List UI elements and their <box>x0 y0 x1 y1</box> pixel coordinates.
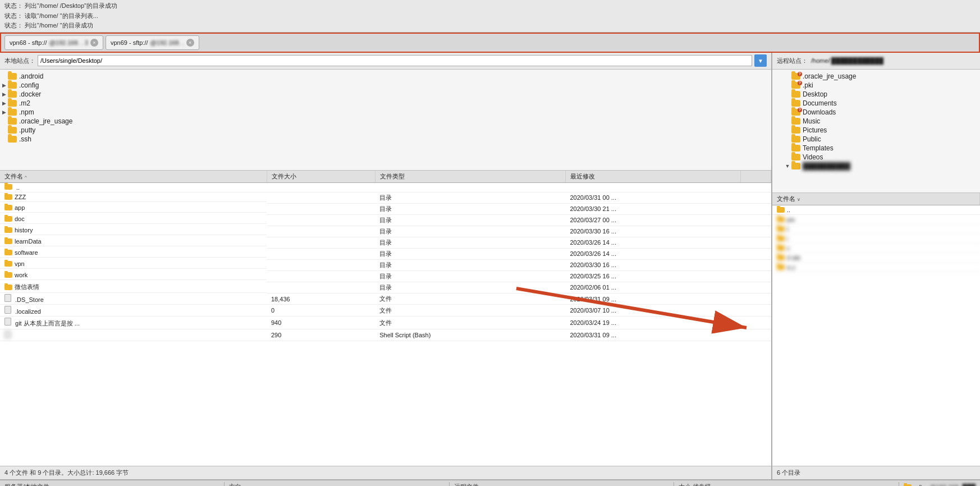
file-type: Shell Script (Bash) <box>375 329 565 341</box>
left-path-input[interactable] <box>38 55 752 66</box>
tree-arrow: ▶ <box>0 109 8 115</box>
table-row[interactable]: vpn 目录 2020/03/30 16 ... <box>0 259 771 270</box>
table-row[interactable]: git 从本质上而言是按 ... 940 文件 2020/03/24 19 ..… <box>0 317 771 329</box>
folder-q-icon: ? <box>791 109 800 116</box>
folder-icon <box>777 207 785 213</box>
file-icon <box>4 331 11 338</box>
folder-icon <box>8 127 17 134</box>
right-tree-item[interactable]: Public <box>772 135 980 144</box>
left-tree-item[interactable]: ▶ .docker <box>0 90 771 99</box>
file-extra <box>741 237 771 248</box>
table-row[interactable]: pw <box>772 215 980 224</box>
file-extra <box>741 214 771 226</box>
file-type <box>375 182 565 192</box>
file-type: 目录 <box>375 237 565 248</box>
file-extra <box>741 317 771 329</box>
table-row[interactable]: d ate <box>772 253 980 263</box>
folder-icon <box>4 261 12 267</box>
tab-vpn69-close[interactable]: × <box>186 39 194 47</box>
tab-vpn68[interactable]: vpn68 - sftp:// @192.168. . 3 × <box>4 35 103 50</box>
right-path-bar: 远程站点： /home/ ████████████ <box>772 53 980 70</box>
tab-vpn69[interactable]: vpn69 - sftp:// @192.168. . × <box>106 35 199 50</box>
file-type: 目录 <box>375 248 565 259</box>
table-row[interactable]: 290 Shell Script (Bash) 2020/03/31 09 ..… <box>0 329 771 341</box>
table-row[interactable]: c <box>772 244 980 253</box>
table-row[interactable]: .localized 0 文件 2020/03/07 10 ... <box>0 305 771 317</box>
table-row[interactable]: software 目录 2020/03/26 14 ... <box>0 248 771 259</box>
file-extra <box>741 293 771 305</box>
file-extra <box>741 259 771 270</box>
right-file-table: 文件名 ∨ .. pw t i c <box>772 193 980 272</box>
left-path-dropdown[interactable]: ▼ <box>754 54 767 67</box>
right-col-filename[interactable]: 文件名 ∨ <box>772 193 980 205</box>
table-row[interactable]: doc 目录 2020/03/27 00 ... <box>0 214 771 226</box>
right-tree-item[interactable]: ?Downloads <box>772 108 980 117</box>
folder-icon <box>8 82 17 89</box>
table-row[interactable]: ZZZ 目录 2020/03/31 00 ... <box>0 192 771 203</box>
left-tree-item[interactable]: .oracle_jre_usage <box>0 117 771 126</box>
folder-icon <box>791 136 800 143</box>
right-tree-item[interactable]: ▼██████████ <box>772 162 980 171</box>
file-name: pw <box>772 215 980 224</box>
folder-icon <box>791 100 800 107</box>
file-extra <box>741 203 771 214</box>
table-row[interactable]: learnData 目录 2020/03/26 14 ... <box>0 237 771 248</box>
file-name: learnData <box>0 237 267 246</box>
file-modified: 2020/03/24 19 ... <box>565 317 740 329</box>
file-name: app <box>0 203 267 213</box>
table-row[interactable]: history 目录 2020/03/30 16 ... <box>0 226 771 237</box>
file-modified: 2020/03/31 00 ... <box>565 192 740 203</box>
right-tree-item[interactable]: Videos <box>772 153 980 162</box>
table-row[interactable]: .DS_Store 18,436 文件 2020/03/31 09 ... <box>0 293 771 305</box>
table-row[interactable]: a y <box>772 263 980 272</box>
left-tree-item[interactable]: .ssh <box>0 135 771 144</box>
table-row[interactable]: app 目录 2020/03/30 21 ... <box>0 203 771 214</box>
col-filename[interactable]: 文件名 ^ <box>0 171 267 183</box>
folder-icon <box>8 136 17 143</box>
tab-vpn68-addr: @192.168. . 3 <box>49 39 88 46</box>
table-row[interactable]: t <box>772 224 980 234</box>
table-row[interactable]: i <box>772 234 980 244</box>
right-tree-item[interactable]: Templates <box>772 144 980 153</box>
left-tree-item[interactable]: ▶ .npm <box>0 108 771 117</box>
tab-vpn68-close[interactable]: × <box>90 39 98 47</box>
folder-icon <box>4 216 12 222</box>
file-name <box>0 329 267 341</box>
tab-bar: vpn68 - sftp:// @192.168. . 3 × vpn69 - … <box>0 33 980 53</box>
table-row[interactable]: work 目录 2020/03/25 16 ... <box>0 270 771 282</box>
sftp-label: sftp: <box>916 484 928 486</box>
folder-icon <box>777 226 785 232</box>
file-name: 微信表情 <box>0 282 267 293</box>
left-tree-item[interactable]: .putty <box>0 126 771 135</box>
folder-icon <box>777 245 785 251</box>
left-tree-item[interactable]: ▶ .config <box>0 81 771 90</box>
folder-icon <box>4 184 12 190</box>
left-tree-item[interactable]: .android <box>0 72 771 81</box>
left-tree-item[interactable]: ▶ .m2 <box>0 99 771 108</box>
file-modified: 2020/03/31 09 ... <box>565 293 740 305</box>
folder-icon <box>4 285 12 290</box>
left-path-bar: 本地站点： ▼ <box>0 53 771 70</box>
table-row[interactable]: .. <box>772 205 980 215</box>
right-tree-item[interactable]: Desktop <box>772 90 980 99</box>
col-filetype[interactable]: 文件类型 <box>375 171 565 183</box>
table-row[interactable]: 微信表情 目录 2020/02/06 01 ... <box>0 282 771 293</box>
bottom-label-4: 大小 优先级 <box>679 483 711 486</box>
file-icon <box>4 306 11 314</box>
right-tree-item[interactable]: Pictures <box>772 126 980 135</box>
file-extra <box>741 270 771 282</box>
folder-icon <box>791 163 800 169</box>
right-tree-item[interactable]: ?.oracle_jre_usage <box>772 72 980 81</box>
col-filesize[interactable]: 文件大小 <box>267 171 375 183</box>
file-size: 18,436 <box>267 293 375 305</box>
tree-arrow: ▶ <box>0 91 8 97</box>
sftp-addr: @192.168. <box>930 484 960 486</box>
file-name: t <box>772 224 980 234</box>
folder-icon <box>777 264 785 270</box>
left-file-table: 文件名 ^ 文件大小 文件类型 最近修改 .. ZZZ <box>0 171 771 342</box>
right-tree-item[interactable]: Documents <box>772 99 980 108</box>
right-tree-item[interactable]: ?.pki <box>772 81 980 90</box>
col-modified[interactable]: 最近修改 <box>565 171 740 183</box>
right-tree-item[interactable]: Music <box>772 117 980 126</box>
table-row[interactable]: .. <box>0 182 771 192</box>
